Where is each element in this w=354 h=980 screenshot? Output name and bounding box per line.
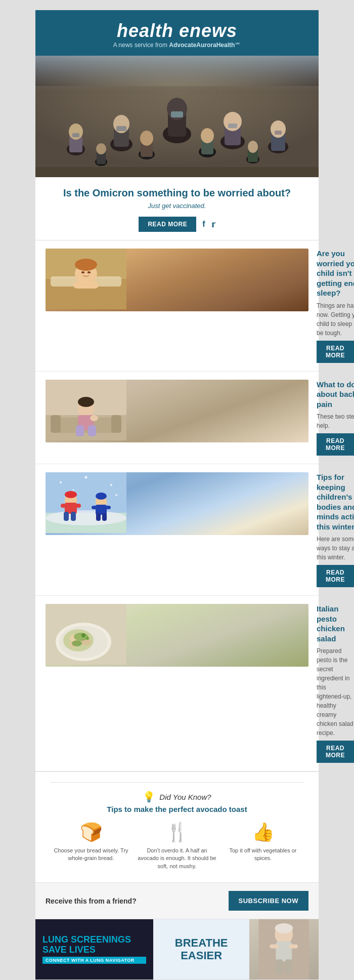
article-description: Here are some safe ways to stay active t…	[317, 535, 354, 562]
lung-subtitle: CONNECT WITH A LUNG NAVIGATOR	[42, 957, 146, 964]
hero-read-more-button[interactable]: READ MORE	[139, 217, 196, 232]
svg-rect-95	[276, 960, 283, 975]
svg-point-51	[78, 397, 94, 407]
svg-point-17	[69, 124, 83, 140]
tips-row: 🍞 Choose your bread wisely. Try whole-gr…	[51, 822, 303, 870]
lung-title-main: LUNG SCREENINGS	[42, 934, 131, 945]
article-title: Tips for keeping children’s bodies and m…	[317, 472, 354, 532]
article-thumbnail	[46, 604, 308, 667]
svg-point-74	[85, 476, 87, 479]
article-description: Things are hard right now. Getting your …	[317, 301, 354, 338]
brand-name: AdvocateAuroraHealth	[169, 42, 235, 49]
svg-rect-72	[102, 513, 107, 521]
article-item: Tips for keeping children’s bodies and m…	[35, 464, 319, 596]
svg-rect-10	[116, 126, 126, 131]
email-container: health enews A news service from Advocat…	[35, 10, 319, 980]
svg-point-77	[115, 494, 117, 496]
subscribe-bar: Receive this from a friend? SUBSCRIBE NO…	[35, 882, 319, 919]
article-thumbnail	[46, 472, 308, 535]
svg-rect-62	[61, 504, 68, 508]
svg-point-60	[65, 491, 77, 498]
svg-rect-22	[275, 131, 282, 135]
svg-rect-71	[96, 513, 101, 521]
article-thumbnail	[46, 249, 308, 311]
svg-rect-69	[92, 506, 98, 509]
article-content: Are you worried your child isn't getting…	[317, 249, 354, 363]
subscribe-text: Receive this from a friend?	[46, 897, 137, 905]
svg-rect-53	[76, 425, 84, 436]
svg-rect-18	[72, 133, 79, 137]
svg-rect-6	[171, 111, 183, 117]
article-read-more-button[interactable]: READ MORE	[317, 741, 354, 763]
hero-crowd-illustration	[35, 56, 319, 177]
svg-rect-48	[51, 415, 61, 433]
svg-point-55	[90, 415, 98, 421]
svg-rect-49	[111, 415, 121, 433]
tip-item: 🍞 Choose your bread wisely. Try whole-gr…	[51, 822, 131, 870]
ad-right-image	[249, 919, 319, 979]
svg-rect-70	[105, 506, 111, 509]
svg-rect-36	[35, 167, 319, 177]
article-description: These two steps can help.	[317, 412, 354, 430]
thumbsup-icon: 👍	[252, 822, 275, 843]
svg-point-75	[110, 484, 112, 486]
hero-headline: Is the Omicron something to be worried a…	[56, 187, 298, 199]
tip-text: Choose your bread wisely. Try whole-grai…	[51, 847, 131, 863]
svg-point-13	[224, 112, 242, 131]
subscribe-button[interactable]: SUBSCRIBE NOW	[229, 891, 308, 911]
svg-rect-35	[35, 56, 319, 91]
svg-point-43	[75, 259, 97, 271]
lung-title-highlight: SAVE LIVES	[42, 945, 96, 955]
svg-point-67	[96, 493, 107, 500]
svg-rect-54	[88, 425, 96, 436]
did-you-know-section: 💡 Did You Know? Tips to make the perfect…	[35, 771, 319, 882]
svg-point-88	[86, 637, 89, 640]
article-read-more-button[interactable]: READ MORE	[317, 341, 354, 363]
article-item: Italian pesto chicken salad Prepared pes…	[35, 596, 319, 771]
article-content: Tips for keeping children’s bodies and m…	[317, 472, 354, 587]
breathe-text: BREATHE EASIER	[175, 937, 228, 961]
breathe-title: BREATHE EASIER	[175, 937, 228, 961]
svg-rect-93	[270, 945, 279, 949]
tip-text: Top it off with vegetables or spices.	[223, 847, 303, 863]
dyk-header: 💡 Did You Know?	[51, 791, 303, 803]
svg-point-86	[72, 640, 82, 646]
svg-rect-44	[73, 281, 99, 289]
article-title: Italian pesto chicken salad	[317, 604, 354, 643]
svg-rect-63	[74, 504, 81, 508]
hero-article: Is the Omicron something to be worried a…	[35, 177, 319, 240]
ad-middle-panel: BREATHE EASIER	[153, 919, 250, 979]
dyk-subtitle: Tips to make the perfect avocado toast	[51, 805, 303, 813]
svg-point-28	[201, 128, 214, 143]
dyk-title: Did You Know?	[159, 793, 211, 801]
svg-rect-65	[71, 512, 76, 521]
article-title: Are you worried your child isn't getting…	[317, 249, 354, 298]
article-title: What to do about back pain	[317, 380, 354, 410]
article-item: What to do about back pain These two ste…	[35, 372, 319, 465]
article-list: Are you worried your child isn't getting…	[35, 240, 319, 771]
article-content: Italian pesto chicken salad Prepared pes…	[317, 604, 354, 763]
lightbulb-icon: 💡	[143, 791, 155, 803]
site-title: health enews	[40, 20, 314, 42]
article-content: What to do about back pain These two ste…	[317, 380, 354, 456]
utensils-icon: 🍴	[166, 822, 189, 843]
article-read-more-button[interactable]: READ MORE	[317, 565, 354, 587]
article-read-more-button[interactable]: READ MORE	[317, 433, 354, 456]
svg-point-31	[96, 143, 106, 154]
hero-tagline: Just get vaccinated.	[56, 202, 298, 210]
hero-facebook-icon[interactable]: f	[202, 220, 205, 229]
hero-twitter-icon[interactable]: 𝕣	[211, 220, 215, 229]
svg-rect-64	[64, 512, 69, 521]
tip-text: Don’t overdo it. A half an avocado is en…	[137, 847, 217, 870]
svg-point-58	[46, 510, 126, 525]
svg-point-85	[74, 633, 88, 641]
svg-point-21	[271, 120, 286, 138]
header-subtitle: A news service from AdvocateAuroraHealth…	[40, 42, 314, 49]
ad-left-panel: LUNG SCREENINGS SAVE LIVES CONNECT WITH …	[35, 919, 153, 979]
svg-point-76	[73, 489, 74, 491]
svg-rect-14	[228, 124, 237, 128]
tip-item: 👍 Top it off with vegetables or spices.	[223, 822, 303, 870]
bread-icon: 🍞	[80, 822, 103, 843]
lung-title-line1: LUNG SCREENINGS SAVE LIVES	[42, 935, 146, 955]
svg-rect-92	[276, 942, 292, 962]
